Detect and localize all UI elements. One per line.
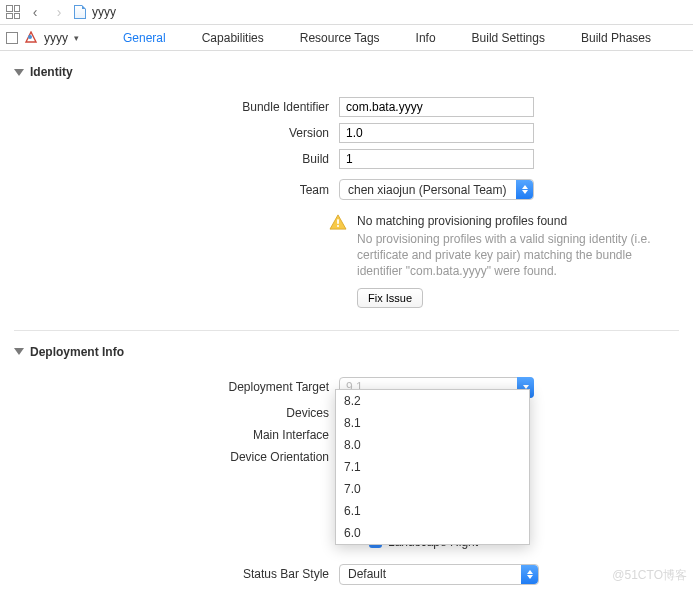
tab-info[interactable]: Info	[398, 31, 454, 45]
team-select[interactable]: chen xiaojun (Personal Team)	[339, 179, 534, 200]
tab-build-settings[interactable]: Build Settings	[454, 31, 563, 45]
chevron-down-icon[interactable]: ▾	[74, 33, 79, 43]
deployment-target-dropdown: 8.2 8.1 8.0 7.1 7.0 6.1 6.0	[335, 389, 530, 545]
select-stepper-icon	[516, 180, 533, 199]
label-version: Version	[14, 126, 339, 140]
dropdown-option[interactable]: 6.0	[336, 522, 529, 544]
warning-icon	[329, 214, 347, 230]
file-icon	[74, 5, 86, 19]
breadcrumb-filename[interactable]: yyyy	[92, 5, 116, 19]
disclosure-triangle-icon[interactable]	[14, 69, 24, 76]
dropdown-option[interactable]: 7.0	[336, 478, 529, 500]
label-build: Build	[14, 152, 339, 166]
breadcrumb-bar: ‹ › yyyy	[0, 0, 693, 25]
label-status-bar: Status Bar Style	[14, 567, 339, 581]
svg-point-0	[28, 35, 32, 39]
status-bar-value: Default	[348, 567, 386, 581]
warning-body: No provisioning profiles with a valid si…	[357, 231, 679, 280]
label-devices: Devices	[14, 406, 339, 420]
label-bundle: Bundle Identifier	[14, 100, 339, 114]
select-stepper-icon	[521, 565, 538, 584]
version-input[interactable]	[339, 123, 534, 143]
label-team: Team	[14, 183, 339, 197]
section-deployment: Deployment Info Deployment Target 8.2 8.…	[0, 331, 693, 590]
tab-resource-tags[interactable]: Resource Tags	[282, 31, 398, 45]
app-icon	[24, 31, 38, 45]
target-list-icon[interactable]	[6, 32, 18, 44]
tab-general[interactable]: General	[105, 31, 184, 45]
dropdown-option[interactable]: 6.1	[336, 500, 529, 522]
status-bar-select[interactable]: Default	[339, 564, 539, 585]
disclosure-triangle-icon[interactable]	[14, 348, 24, 355]
fix-issue-button[interactable]: Fix Issue	[357, 288, 423, 308]
editor-subbar: yyyy ▾ General Capabilities Resource Tag…	[0, 25, 693, 51]
warning-title: No matching provisioning profiles found	[357, 214, 679, 228]
target-name[interactable]: yyyy	[44, 31, 68, 45]
label-deployment-target: Deployment Target	[14, 380, 339, 394]
section-title-identity: Identity	[30, 65, 73, 79]
build-input[interactable]	[339, 149, 534, 169]
provisioning-warning: No matching provisioning profiles found …	[329, 214, 679, 308]
nav-forward-icon: ›	[50, 3, 68, 21]
team-select-value: chen xiaojun (Personal Team)	[348, 183, 507, 197]
dropdown-option[interactable]: 8.0	[336, 434, 529, 456]
tab-capabilities[interactable]: Capabilities	[184, 31, 282, 45]
dropdown-option[interactable]: 7.1	[336, 456, 529, 478]
related-items-icon[interactable]	[6, 5, 20, 19]
watermark: @51CTO博客	[612, 567, 687, 584]
tab-build-phases[interactable]: Build Phases	[563, 31, 669, 45]
svg-rect-1	[337, 219, 339, 223]
bundle-identifier-input[interactable]	[339, 97, 534, 117]
label-orientation: Device Orientation	[14, 450, 339, 464]
svg-rect-2	[337, 225, 339, 227]
dropdown-option[interactable]: 8.2	[336, 390, 529, 412]
nav-back-icon[interactable]: ‹	[26, 3, 44, 21]
label-main-interface: Main Interface	[14, 428, 339, 442]
section-identity: Identity Bundle Identifier Version Build…	[0, 51, 693, 331]
tabs: General Capabilities Resource Tags Info …	[105, 31, 687, 45]
dropdown-option[interactable]: 8.1	[336, 412, 529, 434]
section-title-deployment: Deployment Info	[30, 345, 124, 359]
